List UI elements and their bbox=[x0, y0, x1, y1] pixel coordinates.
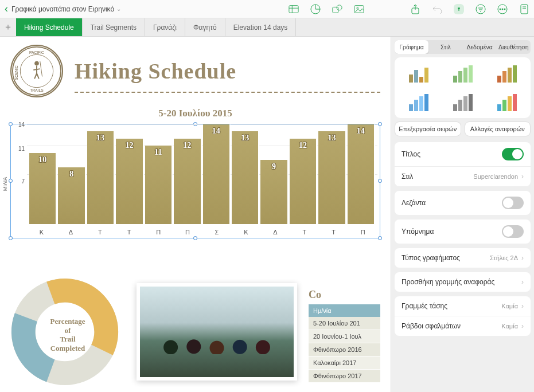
resize-handle[interactable] bbox=[9, 236, 13, 240]
table-icon[interactable] bbox=[289, 4, 299, 14]
filter-icon[interactable] bbox=[475, 4, 486, 14]
seg-arrange[interactable]: Διευθέτηση bbox=[497, 40, 531, 54]
edit-series-button[interactable]: Επεξεργασία σειρών bbox=[395, 121, 461, 136]
inspector-icon[interactable] bbox=[519, 4, 529, 14]
bar-chart[interactable]: 5-20 Ιουλίου 2015 ΜΙΛΙΑ 1081312111214139… bbox=[10, 108, 380, 238]
tab-trail-segments[interactable]: Trail Segments bbox=[83, 18, 145, 36]
bar: 11 bbox=[145, 146, 173, 224]
y-tick: 11 bbox=[11, 146, 25, 152]
date-table[interactable]: Co Ημ/νία 5-20 Ιουλίου 20120 Ιουνίου-1 Ι… bbox=[309, 289, 380, 392]
seg-data[interactable]: Δεδομένα bbox=[463, 40, 497, 54]
row-error-bars[interactable]: Ράβδοι σφαλμάτων Καμία› bbox=[395, 316, 531, 336]
x-tick: Δ bbox=[56, 226, 85, 238]
bar: 9 bbox=[260, 160, 288, 224]
row-chart-type-label: Τύπος γραφήματος bbox=[402, 254, 460, 262]
x-tick: Τ bbox=[290, 226, 319, 238]
x-tick: Π bbox=[144, 226, 173, 238]
bar-value: 12 bbox=[116, 141, 142, 150]
tab-food[interactable]: Φαγητό bbox=[185, 18, 225, 36]
canvas[interactable]: PACIFIC TRAILS SCENIC Hiking Schedule 5-… bbox=[0, 37, 391, 392]
bar: 8 bbox=[58, 167, 85, 224]
legend-toggle[interactable] bbox=[502, 225, 524, 238]
format-panel: Γράφημα Στιλ Δεδομένα Διευθέτηση Επεξεργ… bbox=[391, 37, 534, 392]
style-thumb[interactable] bbox=[486, 61, 527, 86]
y-axis-label: ΜΙΛΙΑ bbox=[2, 177, 8, 191]
x-tick: Κ bbox=[27, 226, 56, 238]
table-row[interactable]: Φθινόπωρο 2017 bbox=[309, 370, 380, 383]
row-title-label: Τίτλος bbox=[402, 150, 420, 158]
table-row[interactable]: 5-20 Ιουλίου 201 bbox=[309, 317, 380, 330]
shape-icon[interactable] bbox=[332, 4, 342, 14]
row-error-value: Καμία bbox=[501, 323, 518, 330]
row-chart-type[interactable]: Τύπος γραφήματος Στήλες 2Δ› bbox=[395, 248, 531, 268]
bar: 10 bbox=[29, 153, 57, 224]
chevron-right-icon: › bbox=[521, 173, 524, 181]
svg-point-9 bbox=[476, 5, 485, 14]
svg-rect-4 bbox=[333, 7, 338, 13]
x-tick: Δ bbox=[260, 226, 290, 238]
title-bar: ‹ Γραφικά μονοπάτια στον Ειρηνικό ⌄ bbox=[0, 0, 534, 18]
bar-value: 12 bbox=[290, 141, 316, 150]
style-thumb[interactable] bbox=[486, 89, 527, 115]
svg-point-22 bbox=[34, 61, 39, 66]
row-title[interactable]: Τίτλος bbox=[395, 142, 531, 166]
title-toggle[interactable] bbox=[502, 148, 524, 160]
table-row[interactable]: 20 Ιουνίου-1 Ιουλ bbox=[309, 330, 380, 343]
seg-chart[interactable]: Γράφημα bbox=[395, 40, 428, 54]
style-thumb[interactable] bbox=[442, 61, 483, 86]
row-legend[interactable]: Υπόμνημα bbox=[395, 219, 531, 244]
resize-handle[interactable] bbox=[378, 179, 382, 183]
bar-value: 13 bbox=[87, 134, 114, 143]
svg-rect-0 bbox=[289, 5, 298, 13]
row-trend[interactable]: Γραμμές τάσης Καμία› bbox=[395, 296, 531, 316]
table-row[interactable]: Φθινόπωρο 2016 bbox=[309, 343, 380, 356]
row-legend-label: Υπόμνημα bbox=[402, 228, 434, 236]
bar: 13 bbox=[232, 131, 259, 224]
title-dropdown-icon[interactable]: ⌄ bbox=[116, 6, 121, 12]
style-thumb[interactable] bbox=[398, 89, 439, 115]
chart-icon[interactable] bbox=[310, 4, 321, 14]
donut-label: PercentageofTrailCompleted bbox=[50, 317, 85, 352]
x-tick: Π bbox=[173, 226, 202, 238]
donut-chart[interactable]: PercentageofTrailCompleted bbox=[10, 277, 125, 392]
resize-handle[interactable] bbox=[378, 122, 382, 126]
toolbar-right bbox=[289, 4, 529, 14]
photo[interactable] bbox=[137, 283, 297, 381]
bar: 14 bbox=[348, 124, 375, 224]
row-style[interactable]: Στιλ Superclarendon› bbox=[395, 166, 531, 186]
table-header: Ημ/νία bbox=[309, 304, 380, 317]
back-chevron-icon[interactable]: ‹ bbox=[5, 3, 8, 15]
tab-elevation[interactable]: Elevation 14 days bbox=[225, 18, 297, 36]
table-row[interactable]: Καλοκαίρι 2017 bbox=[309, 356, 380, 370]
tab-hiking-schedule[interactable]: Hiking Schedule bbox=[16, 18, 83, 36]
document-title[interactable]: Γραφικά μονοπάτια στον Ειρηνικό bbox=[11, 5, 114, 13]
bar: 13 bbox=[318, 131, 346, 224]
x-tick: Τ bbox=[85, 226, 115, 238]
x-tick: Κ bbox=[231, 226, 260, 238]
more-icon[interactable] bbox=[497, 4, 508, 14]
format-brush-icon[interactable] bbox=[454, 4, 464, 14]
svg-rect-17 bbox=[521, 5, 528, 14]
logo-badge: PACIFIC TRAILS SCENIC bbox=[10, 45, 63, 97]
svg-point-7 bbox=[357, 7, 358, 9]
style-thumb[interactable] bbox=[442, 89, 483, 115]
caption-toggle[interactable] bbox=[502, 197, 524, 209]
add-sheet-button[interactable]: ＋ bbox=[0, 18, 16, 36]
media-icon[interactable] bbox=[354, 4, 364, 14]
divider bbox=[75, 92, 380, 93]
row-style-value: Superclarendon bbox=[473, 173, 518, 180]
style-thumb[interactable] bbox=[398, 61, 439, 86]
tab-gear[interactable]: Γρανάζι bbox=[145, 18, 185, 36]
svg-text:TRAILS: TRAILS bbox=[30, 88, 44, 92]
bar-value: 13 bbox=[232, 134, 258, 143]
svg-point-15 bbox=[502, 9, 503, 10]
row-caption[interactable]: Λεζάντα bbox=[395, 191, 531, 215]
bar-value: 14 bbox=[203, 127, 229, 136]
share-icon[interactable] bbox=[410, 4, 420, 14]
seg-style[interactable]: Στιλ bbox=[428, 40, 462, 54]
svg-point-14 bbox=[500, 9, 501, 10]
row-reference-line[interactable]: Προσθήκη γραμμής αναφοράς › bbox=[395, 272, 531, 292]
change-references-button[interactable]: Αλλαγές αναφορών bbox=[465, 121, 531, 136]
row-reference-label: Προσθήκη γραμμής αναφοράς bbox=[402, 278, 494, 286]
resize-handle[interactable] bbox=[378, 236, 382, 240]
